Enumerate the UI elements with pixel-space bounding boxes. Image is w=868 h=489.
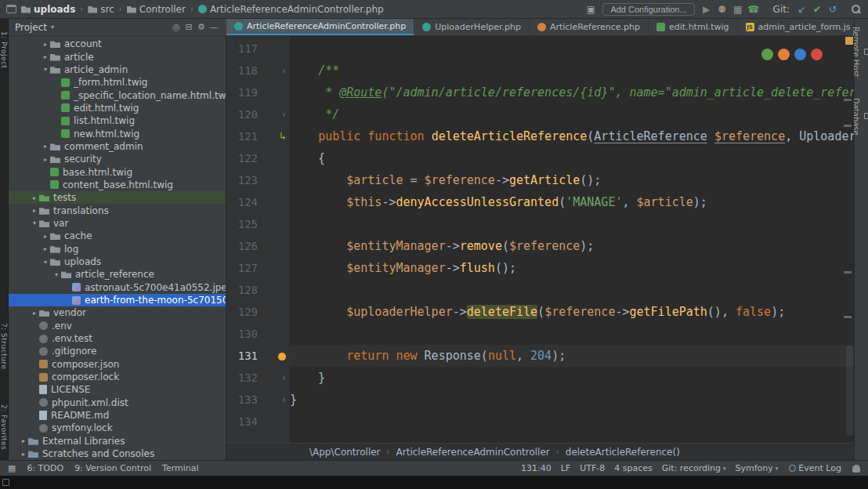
breadcrumb-item[interactable]: \App\Controller: [309, 447, 381, 458]
breadcrumb-item[interactable]: ArticleReferenceAdminController: [396, 447, 550, 458]
code-line[interactable]: 131 return new Response(null, 204);: [226, 345, 854, 367]
editor-tab-uploaderhelper-php[interactable]: UploaderHelper.php: [414, 19, 530, 35]
tree-item-readme-md[interactable]: README.md: [9, 409, 226, 422]
code-line[interactable]: 134: [226, 411, 854, 433]
tree-item-form-html-twig[interactable]: _form.html.twig: [9, 76, 226, 89]
editor-tab-articlereferenceadmincontroller-php[interactable]: ArticleReferenceAdminController.php: [226, 19, 414, 35]
inspections-profile-icon[interactable]: [852, 465, 860, 473]
git-revert-icon[interactable]: ↺: [826, 4, 840, 15]
tree-item-tests[interactable]: ▸tests: [9, 191, 226, 204]
coverage-icon[interactable]: ▦: [731, 4, 745, 15]
toolwindow-button-remote-host[interactable]: Remote Host: [852, 27, 868, 78]
tree-item-symfony-lock[interactable]: symfony.lock: [9, 422, 226, 434]
tree-item-cache[interactable]: ▸cache: [9, 230, 226, 242]
breadcrumb[interactable]: src: [88, 4, 114, 15]
chevron-right-icon[interactable]: ▸: [41, 245, 50, 252]
code-line[interactable]: 121↳ public function deleteArticleRefere…: [226, 125, 854, 147]
intention-bulb-icon[interactable]: [278, 353, 286, 360]
chevron-right-icon[interactable]: ▸: [19, 451, 28, 458]
chevron-down-icon[interactable]: ▾: [41, 66, 50, 73]
chevron-right-icon[interactable]: ▸: [41, 41, 50, 48]
chevron-right-icon[interactable]: ▸: [41, 156, 50, 163]
tree-item-base-html-twig[interactable]: base.html.twig: [9, 165, 226, 178]
locate-icon[interactable]: ◎: [170, 22, 183, 32]
devices-icon[interactable]: ▣: [584, 4, 598, 15]
statusbar-widget-symfony[interactable]: Symfony▾: [736, 463, 779, 473]
editor-tab-articlereference-php[interactable]: ArticleReference.php: [530, 19, 649, 35]
chevron-down-icon[interactable]: ▾: [41, 259, 50, 266]
search-icon[interactable]: [851, 4, 862, 15]
tree-item-license[interactable]: LICENSE: [9, 383, 226, 396]
chevron-right-icon[interactable]: ▸: [41, 53, 50, 60]
tree-item-log[interactable]: ▸log: [9, 243, 226, 255]
code-line[interactable]: 120∨ */: [226, 103, 854, 125]
code-line[interactable]: 126 $entityManager->remove($reference);: [226, 235, 854, 257]
tree-item-article[interactable]: ▸article: [9, 50, 226, 63]
editor-tab-edit-html-twig[interactable]: edit.html.twig: [649, 19, 738, 35]
code-line[interactable]: 118∨ /**: [226, 60, 854, 82]
tree-item-specific-location-name-html-twig[interactable]: _specific_location_name.html.twig: [9, 89, 226, 101]
code-line[interactable]: 125: [226, 213, 854, 235]
chevron-down-icon[interactable]: ▾: [52, 271, 61, 278]
code-line[interactable]: 119 * @Route("/admin/article/references/…: [226, 82, 854, 103]
tree-item-gitignore[interactable]: .gitignore: [9, 345, 226, 357]
statusbar-widget-lf[interactable]: LF: [561, 463, 570, 473]
tree-item-comment-admin[interactable]: ▸comment_admin: [9, 140, 226, 153]
tree-item-new-html-twig[interactable]: new.html.twig: [9, 127, 226, 139]
tree-item-account[interactable]: ▸account: [9, 38, 226, 50]
toolwindow-button-7-structure[interactable]: 7: Structure: [0, 323, 8, 370]
tree-item-env[interactable]: .env: [9, 320, 226, 332]
tree-item-external-libraries[interactable]: ▸External Libraries: [9, 435, 226, 447]
chevron-right-icon[interactable]: ▸: [30, 310, 39, 317]
statusbar-toolwindow-6-todo[interactable]: 6: TODO: [27, 463, 63, 473]
collapse-all-icon[interactable]: ⊟: [183, 22, 195, 32]
breadcrumb[interactable]: ArticleReferenceAdminController.php: [198, 4, 384, 15]
debug-icon[interactable]: ⚉: [715, 4, 729, 15]
toolwindow-button-database[interactable]: Database: [852, 98, 868, 136]
tree-item-earth-from-the-moon-5c701506[interactable]: earth-from-the-moon-5c701506: [9, 294, 226, 306]
app-window-icon[interactable]: [6, 5, 16, 13]
tree-item-scratches-and-consoles[interactable]: ▸Scratches and Consoles: [9, 447, 226, 460]
statusbar-toolwindow-terminal[interactable]: Terminal: [162, 463, 199, 473]
toolwindow-button-2-favorites[interactable]: 2: Favorites: [0, 404, 8, 450]
toolwindow-button-1-project[interactable]: 1: Project: [0, 31, 8, 68]
opera-icon[interactable]: [811, 49, 823, 60]
tree-item-var[interactable]: ▾var: [9, 217, 226, 230]
toolwindow-switcher-icon[interactable]: ▦: [8, 463, 16, 473]
statusbar-widget-131-40[interactable]: 131:40: [521, 463, 552, 473]
git-update-icon[interactable]: ↙: [794, 4, 808, 15]
statusbar-widget-4-spaces[interactable]: 4 spaces: [614, 463, 653, 473]
route-gutter-icon[interactable]: ↳: [258, 125, 290, 147]
statusbar-widget-git-recording[interactable]: Git: recording▾: [662, 463, 726, 473]
tree-item-article-reference[interactable]: ▾article_reference: [9, 268, 226, 281]
breadcrumb[interactable]: Controller: [127, 4, 186, 15]
statusbar-widget-utf-8[interactable]: UTF-8: [580, 463, 605, 473]
code-line[interactable]: 132∧ }: [226, 367, 854, 389]
code-line[interactable]: 117: [226, 38, 854, 60]
code-line[interactable]: 129 $uploaderHelper->deleteFile($referen…: [226, 301, 854, 323]
tree-item-astronaut-5c700e41a0552-jpeg[interactable]: astronaut-5c700e41a0552.jpeg: [9, 281, 226, 294]
chevron-down-icon[interactable]: ▾: [30, 219, 39, 226]
code-line[interactable]: 130: [226, 323, 854, 345]
tree-item-phpunit-xml-dist[interactable]: phpunit.xml.dist: [9, 397, 226, 409]
fold-marker-icon[interactable]: ∧: [258, 367, 290, 389]
breadcrumb-item[interactable]: deleteArticleReference(): [566, 447, 680, 458]
tree-item-edit-html-twig[interactable]: edit.html.twig: [9, 102, 226, 114]
tree-item-composer-lock[interactable]: composer.lock: [9, 371, 226, 383]
git-commit-icon[interactable]: ✔: [810, 4, 824, 15]
fold-marker-icon[interactable]: ∧: [258, 389, 290, 411]
tree-item-content-base-html-twig[interactable]: content_base.html.twig: [9, 179, 226, 191]
settings-gear-icon[interactable]: ⚙: [195, 22, 208, 32]
chevron-right-icon[interactable]: ▸: [41, 143, 50, 150]
code-line[interactable]: 123 $article = $reference->getArticle();: [226, 169, 854, 191]
chevron-right-icon[interactable]: ▸: [41, 233, 50, 240]
code-line[interactable]: 133∧}: [226, 389, 854, 411]
chevron-down-icon[interactable]: ▾: [51, 24, 54, 31]
fold-marker-icon[interactable]: ∨: [258, 60, 290, 82]
ie-icon[interactable]: [794, 49, 806, 60]
add-configuration-button[interactable]: Add Configuration...: [602, 3, 694, 16]
tree-item-translations[interactable]: ▸translations: [9, 204, 226, 216]
chevron-right-icon[interactable]: ▸: [30, 194, 39, 201]
chevron-right-icon[interactable]: ▸: [19, 437, 28, 444]
toolwindow-corner-icon[interactable]: [2, 479, 9, 486]
